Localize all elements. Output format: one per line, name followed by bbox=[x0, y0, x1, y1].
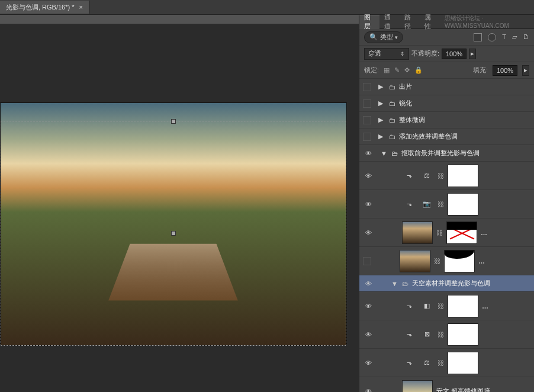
transform-handle-center[interactable] bbox=[171, 231, 176, 236]
layer-mask-disabled[interactable] bbox=[446, 221, 477, 244]
filter-shape-icon[interactable]: ▱ bbox=[512, 33, 517, 41]
layer-effects-icon[interactable]: … bbox=[482, 303, 489, 310]
close-icon[interactable]: × bbox=[79, 4, 83, 11]
layer-group[interactable]: ▶ 🗀 整体微调 bbox=[359, 112, 534, 128]
visibility-toggle[interactable]: 👁 bbox=[363, 330, 374, 339]
layer-mask-thumb[interactable] bbox=[444, 250, 475, 272]
visibility-toggle[interactable]: 👁 bbox=[363, 358, 374, 368]
collapse-icon[interactable]: ▼ bbox=[381, 150, 388, 157]
lock-paint-icon[interactable]: ✎ bbox=[394, 66, 400, 74]
layer-group[interactable]: ▶ 🗀 添加光效并调整色调 bbox=[359, 128, 534, 145]
layer-adjustment[interactable]: 👁 ⬎ ⚖ ⛓ bbox=[359, 349, 534, 377]
layer-pixel[interactable]: 👁 ⛓ … bbox=[359, 219, 534, 247]
expand-icon[interactable]: ▶ bbox=[378, 83, 385, 91]
layer-mask-thumb[interactable] bbox=[448, 193, 478, 216]
visibility-toggle[interactable] bbox=[363, 257, 371, 265]
filter-type-icon[interactable]: T bbox=[502, 33, 506, 41]
layer-smart-object[interactable]: 👁 安文.超高端修图培... bbox=[359, 377, 534, 392]
layer-group[interactable]: ▶ 🗀 锐化 bbox=[359, 95, 534, 112]
layer-mask-thumb[interactable] bbox=[448, 295, 478, 317]
tab-properties[interactable]: 属性 bbox=[420, 15, 440, 29]
layer-thumb[interactable] bbox=[402, 221, 433, 244]
layer-name[interactable]: 安文.超高端修图培... bbox=[436, 387, 530, 392]
layer-group-selected[interactable]: 👁 ▼ 🗁 天空素材并调整光影与色调 bbox=[359, 275, 534, 292]
visibility-toggle[interactable] bbox=[363, 83, 371, 91]
fill-stepper[interactable]: ▸ bbox=[522, 65, 529, 76]
visibility-toggle[interactable] bbox=[363, 116, 371, 124]
document-tab[interactable]: 光影与色调, RGB/16*) * × bbox=[0, 1, 89, 14]
expand-icon[interactable]: ▶ bbox=[378, 133, 385, 140]
layer-adjustment[interactable]: 👁 ⬎ ⊠ ⛓ bbox=[359, 320, 534, 349]
layer-thumb[interactable] bbox=[402, 380, 433, 393]
layer-adjustment[interactable]: 👁 ⬎ 📷 ⛓ bbox=[359, 190, 534, 219]
layer-group[interactable]: ▶ 🗀 出片 bbox=[359, 79, 534, 95]
layer-mask-thumb[interactable] bbox=[448, 165, 478, 187]
opacity-value[interactable]: 100% bbox=[442, 49, 467, 59]
layer-list[interactable]: ▶ 🗀 出片 ▶ 🗀 锐化 ▶ 🗀 整体微调 ▶ bbox=[359, 79, 534, 392]
visibility-toggle[interactable]: 👁 bbox=[363, 301, 374, 311]
layer-name[interactable]: 天空素材并调整光影与色调 bbox=[412, 279, 530, 288]
lock-all-icon[interactable]: 🔒 bbox=[414, 66, 423, 74]
link-icon[interactable]: ⛓ bbox=[438, 331, 444, 338]
layer-effects-icon[interactable]: … bbox=[478, 258, 485, 265]
layer-group[interactable]: 👁 ▼ 🗁 抠取前景并调整光影与色调 bbox=[359, 145, 534, 162]
visibility-toggle[interactable] bbox=[363, 133, 371, 141]
tab-channels[interactable]: 通道 bbox=[379, 15, 400, 29]
document-tab-title: 光影与色调, RGB/16*) * bbox=[6, 3, 75, 12]
canvas-area[interactable] bbox=[0, 15, 359, 392]
filter-adjust-icon[interactable] bbox=[488, 33, 496, 41]
layer-name[interactable]: 添加光效并调整色调 bbox=[399, 132, 530, 141]
visibility-toggle[interactable]: 👁 bbox=[363, 279, 374, 288]
camera-raw-icon: 📷 bbox=[420, 200, 434, 208]
clip-icon: ⬎ bbox=[402, 359, 416, 367]
layer-adjustment[interactable]: 👁 ⬎ ◧ ⛓ … bbox=[359, 292, 534, 320]
blend-mode-value: 穿透 bbox=[368, 49, 381, 58]
opacity-stepper[interactable]: ▸ bbox=[469, 49, 476, 59]
link-icon[interactable]: ⛓ bbox=[438, 303, 444, 310]
lock-position-icon[interactable]: ✥ bbox=[404, 66, 410, 74]
link-icon[interactable]: ⛓ bbox=[438, 359, 444, 367]
visibility-toggle[interactable]: 👁 bbox=[363, 387, 374, 393]
transform-bounds[interactable] bbox=[1, 121, 346, 346]
layer-mask-thumb[interactable] bbox=[448, 323, 478, 346]
link-icon[interactable]: ⛓ bbox=[438, 201, 444, 208]
visibility-toggle[interactable]: 👁 bbox=[363, 200, 374, 209]
opacity-label: 不透明度: bbox=[411, 49, 439, 58]
layer-adjustment[interactable]: 👁 ⬎ ⚖ ⛓ bbox=[359, 162, 534, 190]
folder-icon: 🗀 bbox=[389, 133, 395, 140]
link-icon[interactable]: ⛓ bbox=[434, 258, 440, 265]
transform-handle-top[interactable] bbox=[171, 119, 176, 124]
expand-icon[interactable]: ▶ bbox=[378, 116, 385, 124]
visibility-toggle[interactable]: 👁 bbox=[363, 228, 374, 237]
layer-filter-row: 🔍 类型▾ T ▱ 🗋 bbox=[359, 29, 534, 46]
link-icon[interactable]: ⛓ bbox=[436, 229, 443, 236]
layer-name[interactable]: 出片 bbox=[399, 82, 530, 91]
filter-pixel-icon[interactable] bbox=[474, 33, 482, 41]
lock-icons: ▦ ✎ ✥ 🔒 bbox=[384, 66, 423, 74]
folder-icon: 🗀 bbox=[389, 100, 395, 107]
visibility-toggle[interactable] bbox=[363, 99, 371, 108]
layer-filter-kind[interactable]: 🔍 类型▾ bbox=[364, 31, 403, 43]
visibility-toggle[interactable]: 👁 bbox=[363, 149, 374, 158]
layer-name[interactable]: 抠取前景并调整光影与色调 bbox=[401, 149, 530, 158]
fill-value[interactable]: 100% bbox=[493, 65, 517, 76]
collapse-icon[interactable]: ▼ bbox=[391, 280, 398, 287]
layer-thumb[interactable] bbox=[400, 250, 430, 272]
folder-icon: 🗀 bbox=[389, 117, 395, 124]
visibility-toggle[interactable]: 👁 bbox=[363, 171, 374, 181]
expand-icon[interactable]: ▶ bbox=[378, 99, 385, 107]
layer-name[interactable]: 锐化 bbox=[399, 99, 530, 108]
tab-paths[interactable]: 路径 bbox=[400, 15, 420, 29]
tab-layers[interactable]: 图层 bbox=[359, 15, 379, 29]
layer-effects-icon[interactable]: … bbox=[481, 229, 488, 236]
layer-name[interactable]: 整体微调 bbox=[399, 115, 530, 124]
filter-smart-icon[interactable]: 🗋 bbox=[523, 33, 529, 41]
filter-iconbar: T ▱ 🗋 bbox=[474, 33, 529, 41]
layer-pixel[interactable]: ⛓ … bbox=[359, 247, 534, 275]
solid-fill-icon: ◧ bbox=[420, 302, 434, 310]
layer-mask-thumb[interactable] bbox=[448, 352, 478, 374]
lock-transparent-icon[interactable]: ▦ bbox=[384, 66, 390, 74]
canvas-image[interactable] bbox=[0, 102, 347, 346]
link-icon[interactable]: ⛓ bbox=[438, 172, 444, 179]
blend-mode-select[interactable]: 穿透 ⇕ bbox=[364, 48, 409, 60]
